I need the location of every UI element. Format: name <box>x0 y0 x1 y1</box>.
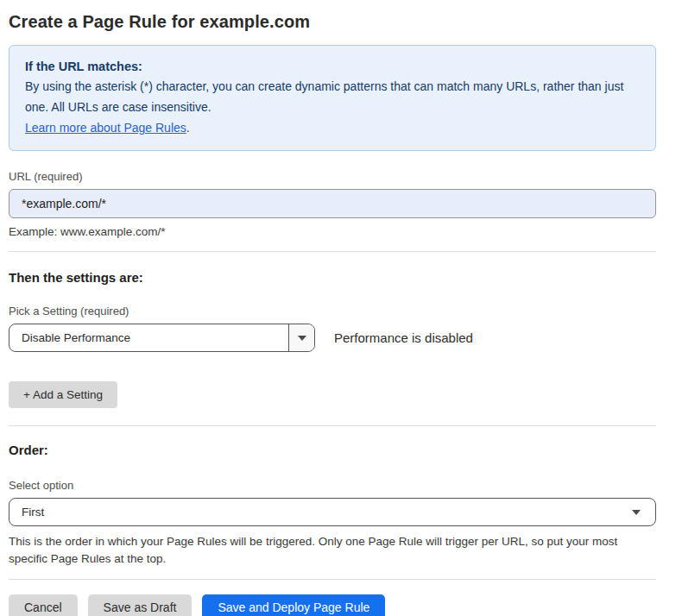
url-example-text: Example: www.example.com/* <box>9 225 656 239</box>
setting-select-row: Disable Performance Performance is disab… <box>9 324 656 352</box>
order-select[interactable]: First <box>9 498 656 526</box>
divider <box>9 579 656 580</box>
info-box-body: By using the asterisk (*) character, you… <box>25 76 629 117</box>
settings-section-heading: Then the settings are: <box>9 269 656 286</box>
setting-select-arrow-button[interactable] <box>288 324 314 351</box>
page-title: Create a Page Rule for example.com <box>9 10 656 33</box>
learn-more-link[interactable]: Learn more about Page Rules <box>25 121 186 135</box>
divider <box>9 251 656 252</box>
url-match-info-box: If the URL matches: By using the asteris… <box>9 45 656 151</box>
order-select-label: Select option <box>9 479 656 493</box>
divider <box>9 425 656 426</box>
setting-select[interactable]: Disable Performance <box>9 324 315 352</box>
pick-setting-label: Pick a Setting (required) <box>9 305 656 318</box>
order-select-value: First <box>22 506 44 519</box>
link-period: . <box>186 121 190 135</box>
order-section-heading: Order: <box>9 442 656 458</box>
url-field-label: URL (required) <box>9 170 656 184</box>
setting-status-text: Performance is disabled <box>334 330 473 345</box>
setting-select-value: Disable Performance <box>9 324 288 351</box>
save-and-deploy-button[interactable]: Save and Deploy Page Rule <box>202 594 385 616</box>
order-help-text: This is the order in which your Page Rul… <box>9 533 652 568</box>
cancel-button[interactable]: Cancel <box>9 594 78 616</box>
info-box-heading: If the URL matches: <box>25 57 640 76</box>
chevron-down-icon <box>298 336 306 341</box>
page-rule-form: Create a Page Rule for example.com If th… <box>9 10 656 616</box>
add-setting-button[interactable]: + Add a Setting <box>9 381 117 408</box>
info-box-link-line: Learn more about Page Rules. <box>25 117 640 138</box>
chevron-down-icon <box>632 510 641 515</box>
form-actions: Cancel Save as Draft Save and Deploy Pag… <box>9 594 656 616</box>
url-input[interactable] <box>9 189 656 218</box>
save-as-draft-button[interactable]: Save as Draft <box>88 594 193 616</box>
